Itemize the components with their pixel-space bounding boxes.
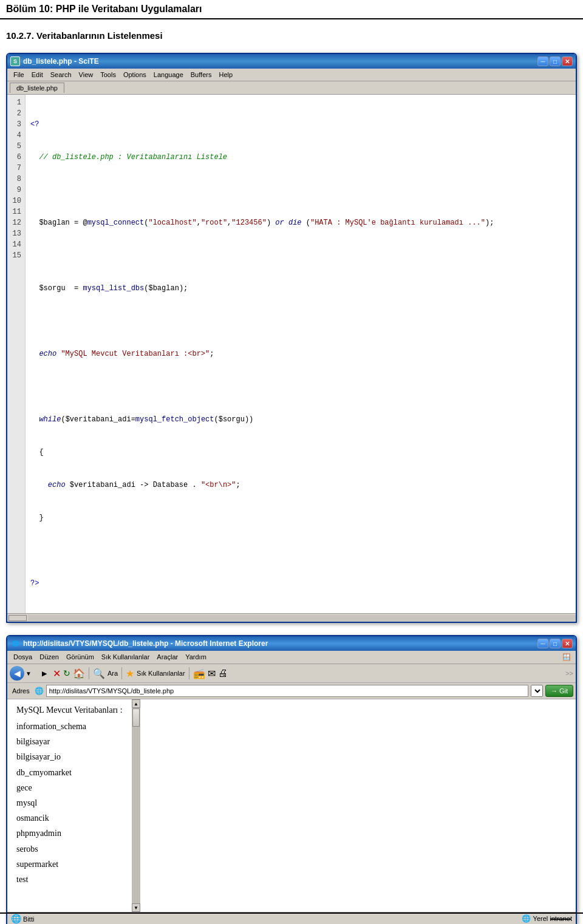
scite-minimize-button[interactable]: ─ <box>537 56 548 66</box>
ie-print-icon: 🖨 <box>218 668 228 679</box>
db-item-1: information_schema <box>16 719 123 734</box>
ie-back-dropdown[interactable]: ▼ <box>26 670 32 677</box>
ie-search-label[interactable]: Ara <box>107 670 118 677</box>
scite-menu-tools[interactable]: Tools <box>97 70 120 80</box>
scite-scrollbar-h[interactable] <box>7 613 576 622</box>
ie-close-button[interactable]: ✕ <box>562 639 573 648</box>
ie-menu-duzen[interactable]: Düzen <box>36 652 63 662</box>
ie-address-icon: 🌐 <box>35 687 44 695</box>
ie-toolbar: ◀ ▼ ▶ ✕ ↻ 🏠 🔍 Ara ★ Sık Kullanılanlar 📻 … <box>7 664 576 683</box>
ie-scroll-thumb[interactable] <box>132 708 140 727</box>
ie-controls: ─ □ ✕ <box>537 639 573 648</box>
scite-controls: ─ □ ✕ <box>537 56 573 66</box>
ie-title-text: http://dislitas/VTYS/MYSQL/db_listele.ph… <box>23 639 268 648</box>
scite-menu-options[interactable]: Options <box>120 70 150 80</box>
ie-intranet-icon: 🌐 <box>522 914 531 923</box>
scite-editor-area: 1 2 3 4 5 6 7 8 9 10 11 12 13 14 15 <? /… <box>7 95 576 613</box>
ie-menu-sik[interactable]: Sık Kullanılanlar <box>98 652 154 662</box>
ie-scroll-down[interactable]: ▼ <box>132 903 140 912</box>
db-item-6: mysql <box>16 795 123 810</box>
scite-menu-language[interactable]: Language <box>150 70 187 80</box>
code-line-13: } <box>30 512 571 523</box>
ie-status-left: 🌐 Bitti <box>11 914 34 923</box>
db-item-7: osmancik <box>16 810 123 826</box>
toolbar-separator-1 <box>89 667 89 679</box>
ie-scroll-track[interactable] <box>132 708 140 903</box>
ie-address-input[interactable] <box>46 685 528 697</box>
scite-tab-bar: db_listele.php <box>7 81 576 95</box>
scite-maximize-button[interactable]: □ <box>550 56 561 66</box>
scite-menu-edit[interactable]: Edit <box>28 70 47 80</box>
ie-statusbar: 🌐 Bitti 🌐 Yerel intranet <box>7 912 576 924</box>
scite-icon: S <box>10 56 20 66</box>
code-line-10: while($veritabani_adi=mysql_fetch_object… <box>30 414 571 425</box>
scite-titlebar: S db_listele.php - SciTE ─ □ ✕ <box>7 54 576 69</box>
ie-address-dropdown[interactable] <box>531 685 543 697</box>
scite-close-button[interactable]: ✕ <box>562 56 573 66</box>
scite-menu-help[interactable]: Help <box>215 70 236 80</box>
ie-address-bar: Adres 🌐 → Git <box>7 683 576 699</box>
ie-content-heading: MySQL Mevcut Veritabanları : <box>16 705 123 715</box>
ie-mail-icon: ✉ <box>208 668 216 679</box>
ie-go-arrow: → <box>551 687 557 695</box>
scite-menu-search[interactable]: Search <box>47 70 75 80</box>
db-item-5: gece <box>16 780 123 795</box>
code-line-14 <box>30 545 571 556</box>
page-footer: -239- <box>551 919 571 924</box>
ie-scroll-up[interactable]: ▲ <box>132 699 140 708</box>
page-header: Bölüm 10: PHP ile Veritabanı Uygulamalar… <box>0 0 583 19</box>
ie-minimize-button[interactable]: ─ <box>537 639 548 648</box>
db-item-8: phpmyadmin <box>16 826 123 841</box>
ie-forward-button[interactable]: ▶ <box>38 668 50 679</box>
ie-go-button[interactable]: → Git <box>545 685 573 697</box>
db-item-11: test <box>16 872 123 887</box>
ie-menu-yardim[interactable]: Yardım <box>182 652 210 662</box>
ie-address-label: Adres <box>10 687 32 695</box>
ie-icon: 🌐 <box>10 639 20 648</box>
scite-menu-file[interactable]: File <box>10 70 28 80</box>
ie-refresh-button[interactable]: ↻ <box>63 668 70 678</box>
ie-home-button[interactable]: 🏠 <box>73 668 85 679</box>
code-line-4: $baglan = @mysql_connect("localhost","ro… <box>30 217 571 228</box>
ie-favorites-label[interactable]: Sık Kullanılanlar <box>137 670 185 677</box>
code-line-6: $sorgu = mysql_list_dbs($baglan); <box>30 283 571 294</box>
code-line-2: // db_listele.php : Veritabanlarını List… <box>30 152 571 163</box>
ie-menu-gorunum[interactable]: Görünüm <box>63 652 98 662</box>
ie-maximize-button[interactable]: □ <box>550 639 561 648</box>
ie-favorites-icon: ★ <box>126 668 134 679</box>
ie-menubar: Dosya Düzen Görünüm Sık Kullanılanlar Ar… <box>7 651 576 664</box>
page-footer-line <box>0 912 583 914</box>
scite-code-area[interactable]: <? // db_listele.php : Veritabanlarını L… <box>26 95 576 613</box>
toolbar-separator-3 <box>189 667 189 679</box>
code-line-8: echo "MySQL Mevcut Veritabanları :<br>"; <box>30 348 571 359</box>
db-item-2: bilgisayar <box>16 734 123 749</box>
ie-stop-button[interactable]: ✕ <box>53 668 61 679</box>
code-line-9 <box>30 381 571 392</box>
ie-content: MySQL Mevcut Veritabanları : information… <box>7 699 132 912</box>
ie-content-wrapper: MySQL Mevcut Veritabanları : information… <box>7 699 576 912</box>
ie-scrollbar[interactable]: ▲ ▼ <box>132 699 140 912</box>
ie-window: 🌐 http://dislitas/VTYS/MYSQL/db_listele.… <box>6 635 577 924</box>
code-line-11: { <box>30 447 571 458</box>
scite-tab-file[interactable]: db_listele.php <box>10 83 64 93</box>
scite-menu-buffers[interactable]: Buffers <box>187 70 216 80</box>
code-line-1: <? <box>30 119 571 130</box>
ie-windows-logo: 🪟 <box>560 652 573 662</box>
ie-titlebar: 🌐 http://dislitas/VTYS/MYSQL/db_listele.… <box>7 636 576 651</box>
ie-menu-araclar[interactable]: Araçlar <box>153 652 182 662</box>
ie-menu-dosya[interactable]: Dosya <box>10 652 36 662</box>
code-line-12: echo $veritabani_adi -> Database . "<br\… <box>30 480 571 491</box>
code-line-7 <box>30 316 571 327</box>
code-line-3 <box>30 185 571 195</box>
scite-titlebar-left: S db_listele.php - SciTE <box>10 56 99 66</box>
scite-menu-view[interactable]: View <box>75 70 97 80</box>
code-line-15: ?> <box>30 578 571 589</box>
db-item-3: bilgisayar_io <box>16 749 123 764</box>
section-title: 10.2.7. Veritabanlarının Listelenmesi <box>0 19 583 47</box>
ie-toolbar-more[interactable]: >> <box>565 670 573 677</box>
scite-menubar: File Edit Search View Tools Options Lang… <box>7 69 576 81</box>
ie-back-button[interactable]: ◀ <box>10 666 24 681</box>
section-title-text: 10.2.7. Veritabanlarının Listelenmesi <box>6 30 163 41</box>
scite-title-text: db_listele.php - SciTE <box>23 57 99 66</box>
page-header-text: Bölüm 10: PHP ile Veritabanı Uygulamalar… <box>6 4 202 14</box>
